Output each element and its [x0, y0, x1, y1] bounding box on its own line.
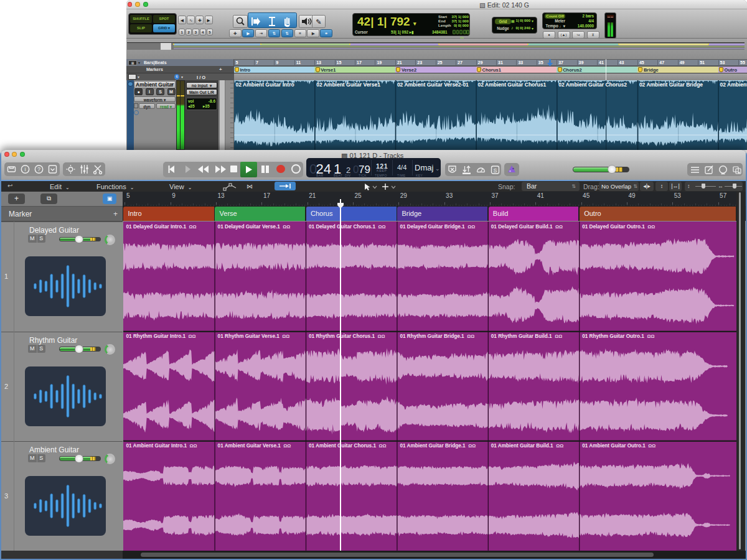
svg-text:S: S [493, 167, 497, 174]
svg-text:i: i [25, 166, 26, 172]
svg-text:?: ? [37, 166, 40, 172]
